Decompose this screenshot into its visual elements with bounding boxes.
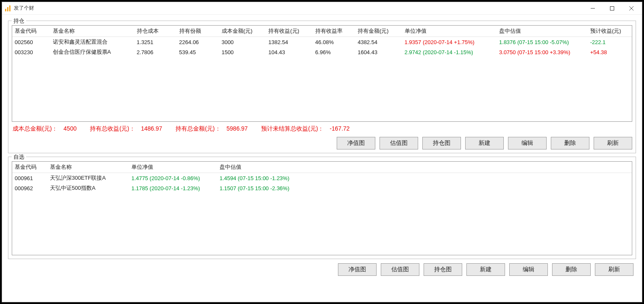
th-nav[interactable]: 单位净值 [402,26,497,37]
th-wl-nav[interactable]: 单位净值 [129,162,217,173]
table-row[interactable]: 002560诺安和鑫灵活配置混合1.32512264.0630001382.54… [12,37,632,47]
watchlist-label: 自选 [12,153,26,161]
th-wl-est[interactable]: 盘中估值 [217,162,305,173]
svg-rect-1 [7,7,8,11]
cell-rate: 46.08% [313,37,355,47]
cell-gain: 104.43 [266,47,313,57]
cell-nav: 1.9357 (2020-07-14 +1.75%) [402,37,497,47]
cell-name: 诺安和鑫灵活配置混合 [50,37,134,47]
cell-est: 3.0750 (07-15 15:00 +3.39%) [497,47,588,57]
cell-shares: 2264.06 [177,37,219,47]
watchlist-button-5[interactable]: 删除 [552,263,591,276]
watchlist-table[interactable]: 基金代码 基金名称 单位净值 盘中估值 000961天弘沪深300ETF联接A1… [12,161,632,255]
close-button[interactable] [622,2,641,15]
th-name[interactable]: 基金名称 [50,26,134,37]
th-forecast[interactable]: 预计收益(元) [588,26,632,37]
holdings-table[interactable]: 基金代码 基金名称 持仓成本 持有份额 成本金额(元) 持有收益(元) 持有收益… [12,25,632,122]
cell-code: 003230 [12,47,50,57]
th-code[interactable]: 基金代码 [12,26,50,37]
holdings-button-3[interactable]: 新建 [465,137,504,149]
watchlist-button-6[interactable]: 刷新 [595,263,634,276]
holdings-label: 持仓 [12,17,26,25]
th-gain[interactable]: 持有收益(元) [266,26,313,37]
holdings-button-0[interactable]: 净值图 [337,137,375,149]
cell-name: 天弘沪深300ETF联接A [47,173,129,183]
table-row[interactable]: 000962天弘中证500指数A1.1785 (2020-07-14 -1.23… [12,183,632,193]
cell-name: 创金合信医疗保健股票A [50,47,134,57]
holdings-button-6[interactable]: 刷新 [594,137,632,149]
table-row[interactable]: 000961天弘沪深300ETF联接A1.4775 (2020-07-14 -0… [12,173,632,183]
watchlist-header-row: 基金代码 基金名称 单位净值 盘中估值 [12,162,632,173]
cell-code: 000962 [12,183,47,193]
th-wl-code[interactable]: 基金代码 [12,162,47,173]
cell-forecast: +54.38 [588,47,632,57]
th-est[interactable]: 盘中估值 [497,26,588,37]
svg-rect-2 [9,5,10,11]
th-hold-amt[interactable]: 持有金额(元) [355,26,402,37]
th-cost[interactable]: 持仓成本 [134,26,177,37]
svg-rect-4 [610,6,614,10]
watchlist-button-0[interactable]: 净值图 [338,263,377,276]
cell-hold-amt: 1604.43 [355,47,402,57]
holdings-summary: 成本总金额(元)：4500 持有总收益(元)：1486.97 持有总金额(元)：… [12,122,632,137]
minimize-button[interactable] [583,2,602,15]
holdings-button-4[interactable]: 编辑 [508,137,547,149]
cell-cost: 1.3251 [134,37,177,47]
holdings-button-5[interactable]: 删除 [551,137,589,149]
cell-forecast: -222.1 [588,37,632,47]
holdings-header-row: 基金代码 基金名称 持仓成本 持有份额 成本金额(元) 持有收益(元) 持有收益… [12,26,632,37]
app-icon [5,5,11,12]
cell-cost-amt: 3000 [219,37,266,47]
th-wl-name[interactable]: 基金名称 [47,162,129,173]
cell-est: 1.1507 (07-15 15:00 -2.36%) [217,183,305,193]
cell-nav: 1.1785 (2020-07-14 -1.23%) [129,183,217,193]
cell-nav: 1.4775 (2020-07-14 -0.86%) [129,173,217,183]
watchlist-button-1[interactable]: 估值图 [381,263,419,276]
holdings-button-2[interactable]: 持仓图 [422,137,461,149]
holdings-button-1[interactable]: 估值图 [380,137,418,149]
table-row[interactable]: 003230创金合信医疗保健股票A2.7806539.451500104.436… [12,47,632,57]
th-cost-amt[interactable]: 成本金额(元) [219,26,266,37]
cell-cost-amt: 1500 [219,47,266,57]
maximize-button[interactable] [602,2,622,15]
cell-cost: 2.7806 [134,47,177,57]
titlebar[interactable]: 发了个财 [2,2,642,15]
app-window: 发了个财 持仓 [2,2,642,302]
cell-nav: 2.9742 (2020-07-14 -1.15%) [402,47,497,57]
cell-shares: 539.45 [177,47,219,57]
watchlist-button-row: 净值图估值图持仓图新建编辑删除刷新 [8,259,636,276]
cell-gain: 1382.54 [266,37,313,47]
cell-hold-amt: 4382.54 [355,37,402,47]
watchlist-group: 自选 基金代码 基金名称 单位净值 盘中估值 000961天 [8,157,636,259]
cell-code: 002560 [12,37,50,47]
watchlist-button-3[interactable]: 新建 [466,263,505,276]
th-shares[interactable]: 持有份额 [177,26,219,37]
cell-code: 000961 [12,173,47,183]
cell-est: 1.4594 (07-15 15:00 -1.23%) [217,173,305,183]
cell-est: 1.8376 (07-15 15:00 -5.07%) [497,37,588,47]
holdings-group: 持仓 基金代码 基金名称 持仓成本 持有份额 成本金 [8,21,636,153]
th-rate[interactable]: 持有收益率 [313,26,355,37]
window-title: 发了个财 [14,5,583,12]
svg-rect-0 [5,9,6,11]
cell-name: 天弘中证500指数A [47,183,129,193]
holdings-button-row: 净值图估值图持仓图新建编辑删除刷新 [12,137,632,149]
watchlist-button-4[interactable]: 编辑 [509,263,548,276]
watchlist-button-2[interactable]: 持仓图 [424,263,462,276]
cell-rate: 6.96% [313,47,355,57]
